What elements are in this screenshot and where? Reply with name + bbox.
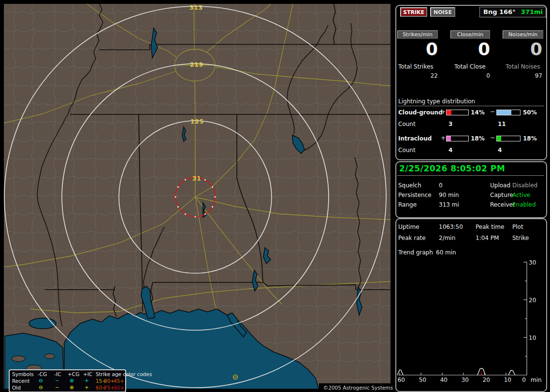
plot-mode-value: Strike [512, 235, 529, 241]
pos-cg-recent-icon: ⊕ [70, 378, 74, 383]
capture-status: Active [512, 192, 530, 198]
squelch-value: 0 [439, 182, 443, 189]
cg-positive-count: 3 [449, 121, 452, 127]
peak-time-label: Peak time [476, 224, 504, 230]
ring-label-125: 125 [190, 118, 204, 125]
legend-col-pic: +IC [83, 371, 92, 377]
capture-label: Capture [490, 192, 513, 198]
cg-minus-sign: − [490, 108, 495, 115]
ring-label-219: 219 [190, 61, 203, 68]
cloud-ground-label: Cloud-ground [398, 109, 443, 116]
ic-minus-sign: − [490, 134, 495, 141]
peak-rate-label: Peak rate [398, 235, 426, 241]
bearing-distance: 371mi [521, 8, 543, 15]
squelch-label: Squelch [398, 182, 421, 189]
distribution-title: Lightning type distribution [398, 98, 475, 105]
age-75: 75+ [104, 385, 115, 391]
trend-graph-label: Trend graph [398, 249, 433, 256]
lightning-map[interactable]: 313 219 125 31 Symbols -CG -IC +CG +IC R… [4, 4, 391, 389]
strikes-per-min-value: 0 [390, 41, 438, 58]
peak-rate-value: 2/min [439, 235, 455, 241]
ic-negative-pct: 18% [523, 135, 537, 142]
neg-cg-old-icon: ⊖ [39, 384, 43, 390]
legend-age-header: Strike age color codes [96, 371, 152, 377]
uptime-value: 1063:50 [439, 224, 463, 230]
age-90: 90+ [114, 385, 124, 391]
uptime-label: Uptime [398, 224, 420, 230]
cg-negative-count: 11 [498, 121, 506, 127]
close-per-min-value: 0 [444, 41, 490, 58]
cg-count-label: Count [398, 121, 416, 127]
legend-col-nic: -IC [54, 371, 61, 377]
ic-plus-sign: + [441, 135, 446, 141]
xaxis-unit-label: min [531, 377, 542, 383]
total-close-label: Total Close [454, 63, 486, 70]
xaxis-tick-40: 40 [436, 377, 448, 383]
bearing-display: Bng 166° 371mi [479, 7, 546, 17]
xaxis-tick-30: 30 [457, 377, 469, 383]
xaxis-tick-60: 60 [393, 377, 405, 383]
ic-negative-bar [496, 136, 521, 141]
persistence-label: Persistence [398, 192, 432, 198]
datetime-display: 2/25/2026 8:05:02 PM [399, 164, 505, 173]
cg-positive-bar [446, 110, 469, 115]
intracloud-label: Intracloud [398, 135, 432, 142]
ring-label-313: 313 [189, 4, 203, 11]
strikes-per-min-chip: Strikes/min [397, 30, 438, 39]
bearing-value: Bng 166° [483, 8, 516, 15]
receiver-status: Enabled [512, 201, 536, 208]
total-strikes-label: Total Strikes [398, 63, 434, 70]
trend-graph [395, 258, 545, 383]
ic-count-label: Count [398, 147, 416, 154]
persistence-value: 90 min [439, 192, 459, 198]
cg-negative-pct: 50% [523, 109, 537, 116]
xaxis-tick-50: 50 [415, 377, 426, 383]
ic-negative-count: 4 [498, 147, 502, 154]
trend-window-value: 60 min [436, 249, 456, 256]
close-per-min-chip: Close/min [450, 30, 490, 39]
copyright-notice: ©2005 Astrogenic Systems [319, 383, 394, 392]
cg-positive-pct: 14% [471, 109, 485, 116]
neg-ic-old-icon: − [55, 384, 59, 390]
app-window: 313 219 125 31 Symbols -CG -IC +CG +IC R… [0, 0, 550, 392]
plot-label: Plot [512, 224, 523, 230]
strike-mode-button[interactable]: STRIKE [400, 7, 427, 17]
age-30: 30+ [104, 378, 115, 384]
peak-time-value: 1:04 PM [476, 235, 499, 241]
total-noises-label: Total Noises [506, 63, 540, 70]
xaxis-tick-20: 20 [478, 377, 490, 383]
cg-plus-sign: + [441, 109, 446, 115]
receiver-label: Receiver [490, 201, 515, 208]
ic-positive-count: 4 [449, 147, 452, 154]
pos-ic-recent-icon: + [85, 378, 89, 383]
xaxis-tick-0: 0 [518, 377, 526, 383]
noise-mode-button[interactable]: NOISE [430, 7, 455, 17]
pos-cg-old-icon: ⊕ [70, 384, 74, 390]
neg-ic-recent-icon: − [55, 378, 59, 383]
upload-label: Upload [490, 182, 510, 189]
legend-symbols-header: Symbols [12, 371, 34, 377]
range-label: Range [398, 201, 417, 208]
map-legend: Symbols -CG -IC +CG +IC Recent ⊖ − ⊕ + O… [9, 369, 126, 392]
distribution-divider [397, 106, 544, 106]
trend-strike-peaks [397, 368, 515, 375]
yaxis-tick-30: 30 [529, 259, 536, 266]
age-45: 45+ [114, 378, 124, 384]
xaxis-tick-10: 10 [500, 377, 511, 383]
ic-positive-bar [446, 136, 469, 141]
total-strikes-value: 22 [390, 72, 438, 79]
total-noises-value: 97 [496, 72, 542, 79]
legend-row-recent-label: Recent [12, 378, 29, 384]
neg-cg-recent-icon: ⊖ [39, 378, 43, 383]
upload-status: Disabled [512, 182, 537, 189]
legend-row-old-label: Old [12, 385, 21, 391]
ring-label-31: 31 [192, 175, 202, 182]
legend-col-pcg: +CG [68, 371, 79, 377]
noises-per-min-value: 0 [496, 41, 542, 58]
range-value: 313 mi [439, 201, 459, 208]
yaxis-tick-20: 20 [529, 297, 536, 304]
total-close-value: 0 [444, 72, 490, 79]
ic-positive-pct: 18% [471, 135, 485, 142]
cg-negative-bar [496, 110, 521, 115]
legend-col-ncg: -CG [38, 371, 47, 377]
